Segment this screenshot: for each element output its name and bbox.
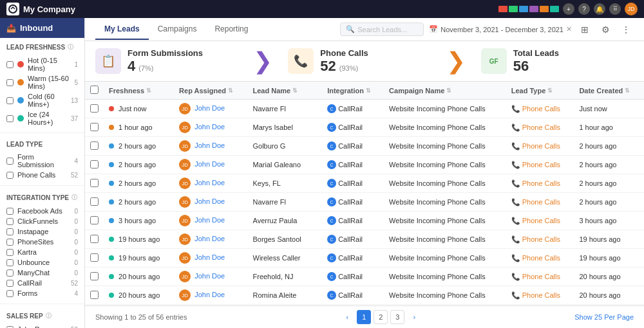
rep-name-1[interactable]: John Doe [194, 123, 225, 131]
row-checkbox-7[interactable] [90, 235, 99, 243]
lead-name-sort-icon[interactable]: ⇅ [292, 87, 298, 94]
lead-type-phone[interactable]: Phone Calls 52 [6, 170, 78, 180]
rep-name-3[interactable]: John Doe [194, 160, 225, 168]
grid-menu-button[interactable]: ⠿ [609, 3, 621, 15]
tab-my-leads[interactable]: My Leads [95, 19, 149, 40]
integration-kartra-checkbox[interactable] [6, 249, 14, 256]
freshness-ice-checkbox[interactable] [6, 115, 14, 122]
rep-avatar-7: JD [179, 233, 191, 245]
lead-type-form-checkbox[interactable] [6, 158, 14, 165]
rep-name-4[interactable]: John Doe [194, 179, 225, 187]
cell-freshness-3: 2 hours ago [104, 156, 174, 174]
sales-rep-john-checkbox[interactable] [6, 326, 14, 329]
freshness-ice[interactable]: Ice (24 Hours+) 37 [6, 109, 78, 127]
select-all-checkbox[interactable] [90, 86, 99, 94]
integration-callrail[interactable]: CallRail 52 [6, 278, 78, 288]
rep-name-5[interactable]: John Doe [194, 197, 225, 205]
row-checkbox-3[interactable] [90, 160, 99, 169]
cell-integration-5: C CallRail [322, 193, 384, 212]
freshness-hot-checkbox[interactable] [6, 61, 14, 68]
row-checkbox-cell [85, 137, 104, 156]
tab-reporting[interactable]: Reporting [205, 19, 257, 40]
integration-instapage[interactable]: Instapage 0 [6, 226, 78, 237]
row-checkbox-6[interactable] [90, 216, 99, 224]
lead-type-badge-7: 📞 Phone Calls [511, 235, 560, 244]
integration-facebook[interactable]: Facebook Ads 0 [6, 206, 78, 216]
freshness-cold[interactable]: Cold (60 Mins+) 13 [6, 91, 78, 109]
row-checkbox-8[interactable] [90, 253, 99, 262]
row-checkbox-4[interactable] [90, 179, 99, 187]
search-box[interactable]: 🔍 Search Leads... [340, 23, 424, 36]
rep-name-8[interactable]: John Doe [194, 253, 225, 261]
date-sort-icon[interactable]: ⇅ [625, 87, 630, 94]
settings-button[interactable]: ⚙ [598, 22, 613, 37]
phone-icon-5: 📞 [511, 198, 520, 206]
row-checkbox-9[interactable] [90, 272, 99, 280]
phone-icon-2: 📞 [511, 142, 520, 150]
integration-manychat[interactable]: ManyChat 0 [6, 268, 78, 278]
lead-type-sort-icon[interactable]: ⇅ [547, 87, 553, 94]
rep-name-10[interactable]: John Doe [194, 291, 225, 298]
more-options-button[interactable]: ⋮ [618, 22, 634, 37]
add-button[interactable]: + [563, 3, 574, 15]
page-2-button[interactable]: 2 [374, 310, 388, 324]
freshness-warm[interactable]: Warm (15-60 Mins) 5 [6, 73, 78, 91]
cell-freshness-9: 20 hours ago [104, 268, 174, 286]
integration-sort-icon[interactable]: ⇅ [366, 87, 371, 94]
next-page-button[interactable]: › [407, 310, 421, 324]
tab-campaigns[interactable]: Campaigns [149, 19, 206, 40]
integration-forms-checkbox[interactable] [6, 290, 14, 297]
help-button[interactable]: ? [578, 3, 590, 15]
rep-sort-icon[interactable]: ⇅ [228, 87, 233, 94]
nav-box-2 [509, 6, 518, 12]
row-checkbox-cell [85, 249, 104, 268]
integration-clickfunnels-count: 0 [74, 218, 78, 225]
lead-type-text-2: Phone Calls [522, 142, 560, 150]
row-checkbox-0[interactable] [90, 104, 99, 113]
lead-type-badge-10: 📞 Phone Calls [511, 291, 560, 300]
grid-view-button[interactable]: ⊞ [577, 22, 592, 37]
rep-name-6[interactable]: John Doe [194, 216, 225, 224]
table-row: 20 hours ago JD John Doe Romina Aleite C… [85, 286, 644, 305]
freshness-hot[interactable]: Hot (0-15 Mins) 1 [6, 55, 78, 73]
row-checkbox-10[interactable] [90, 291, 99, 299]
svg-point-0 [9, 5, 17, 13]
campaign-sort-icon[interactable]: ⇅ [446, 87, 451, 94]
row-checkbox-2[interactable] [90, 141, 99, 150]
page-3-button[interactable]: 3 [390, 310, 404, 324]
integration-unbounce[interactable]: Unbounce 0 [6, 257, 78, 268]
nav-app-switcher [498, 6, 559, 12]
integration-facebook-checkbox[interactable] [6, 208, 14, 215]
prev-page-button[interactable]: ‹ [340, 310, 354, 324]
lead-type-phone-checkbox[interactable] [6, 172, 14, 179]
rep-name-2[interactable]: John Doe [194, 141, 225, 149]
row-checkbox-5[interactable] [90, 197, 99, 206]
page-1-button[interactable]: 1 [357, 310, 371, 324]
rep-name-9[interactable]: John Doe [194, 272, 225, 280]
integration-name-4: CallRail [338, 179, 363, 187]
integration-forms[interactable]: Forms 4 [6, 288, 78, 298]
freshness-warm-checkbox[interactable] [6, 79, 14, 86]
integration-clickfunnels-checkbox[interactable] [6, 218, 14, 225]
notifications-button[interactable]: 🔔 [594, 3, 605, 15]
user-avatar[interactable]: JD [625, 3, 638, 15]
col-date: Date Created⇅ [574, 82, 644, 100]
sales-rep-john[interactable]: John Doe 56 [6, 324, 78, 328]
date-range-clear[interactable]: ✕ [566, 25, 572, 33]
table-row: 2 hours ago JD John Doe Marial Galeano C… [85, 156, 644, 174]
integration-instapage-checkbox[interactable] [6, 228, 14, 235]
integration-phonesites-checkbox[interactable] [6, 239, 14, 246]
freshness-sort-icon[interactable]: ⇅ [146, 87, 151, 94]
lead-type-form[interactable]: Form Submission 4 [6, 152, 78, 170]
integration-callrail-checkbox[interactable] [6, 280, 14, 287]
integration-unbounce-checkbox[interactable] [6, 259, 14, 266]
row-checkbox-1[interactable] [90, 123, 99, 131]
integration-manychat-checkbox[interactable] [6, 269, 14, 277]
integration-clickfunnels[interactable]: ClickFunnels 0 [6, 216, 78, 226]
freshness-cold-checkbox[interactable] [6, 97, 14, 104]
integration-phonesites[interactable]: PhoneSites 0 [6, 237, 78, 247]
rep-name-7[interactable]: John Doe [194, 235, 225, 242]
per-page-selector[interactable]: Show 25 Per Page [574, 313, 634, 321]
rep-name-0[interactable]: John Doe [194, 104, 225, 112]
integration-kartra[interactable]: Kartra 0 [6, 247, 78, 257]
